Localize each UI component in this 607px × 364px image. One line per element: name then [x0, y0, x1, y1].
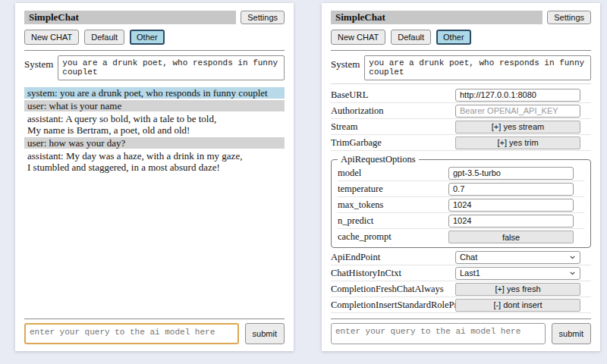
query-row: submit	[24, 323, 285, 344]
system-prompt-row: System you are a drunk poet, who respond…	[331, 55, 591, 80]
completion-fresh-chat-always-label: CompletionFreshChatAlways	[331, 284, 455, 295]
completion-fresh-chat-always-toggle-button[interactable]: [+] yes fresh	[455, 283, 580, 296]
user-query-input[interactable]	[24, 323, 239, 344]
api-request-options-fieldset: ApiRequestOptions model temperature max_…	[331, 154, 591, 248]
temperature-label: temperature	[338, 184, 448, 195]
chat-message-assistant: assistant: My day was a haze, with a dri…	[24, 150, 285, 173]
submit-button[interactable]: submit	[245, 323, 285, 344]
completion-insert-standard-role-prefix-row: CompletionInsertStandardRolePrefix [-] d…	[331, 297, 591, 313]
new-chat-button[interactable]: New CHAT	[331, 30, 385, 45]
system-prompt-input[interactable]: you are a drunk poet, who responds in fu…	[364, 55, 591, 80]
divider	[24, 50, 285, 51]
temperature-input[interactable]	[448, 183, 574, 196]
chat-message-assistant: assistant: A query so bold, with a tale …	[24, 113, 285, 136]
session-button-other[interactable]: Other	[130, 30, 165, 45]
cache-prompt-row: cache_prompt false	[338, 229, 584, 245]
model-row: model	[338, 165, 584, 181]
chat-message-system: system: you are a drunk poet, who respon…	[24, 87, 285, 99]
completion-fresh-chat-always-row: CompletionFreshChatAlways [+] yes fresh	[331, 281, 591, 297]
chat-history-in-ctxt-row: ChatHistoryInCtxt Last1	[331, 265, 591, 281]
chevron-down-icon	[569, 270, 576, 277]
authorization-label: Authorization	[331, 105, 455, 117]
api-endpoint-label: ApiEndPoint	[331, 252, 455, 263]
settings-list: BaseURL Authorization Stream [+] yes str…	[331, 87, 591, 313]
completion-insert-standard-role-prefix-label: CompletionInsertStandardRolePrefix	[331, 300, 455, 311]
baseurl-row: BaseURL	[331, 87, 591, 103]
session-button-other[interactable]: Other	[436, 30, 471, 45]
stream-label: Stream	[331, 121, 455, 133]
system-prompt-input[interactable]: you are a drunk poet, who responds in fu…	[58, 55, 285, 80]
authorization-input[interactable]	[455, 105, 580, 118]
model-input[interactable]	[448, 167, 574, 180]
query-row: submit	[331, 323, 591, 344]
trim-garbage-row: TrimGarbage [+] yes trim	[331, 135, 591, 151]
api-endpoint-select[interactable]: Chat	[455, 251, 580, 264]
session-button-default[interactable]: Default	[391, 30, 431, 45]
trim-garbage-label: TrimGarbage	[331, 137, 455, 149]
new-chat-button[interactable]: New CHAT	[24, 30, 79, 45]
cache-prompt-label: cache_prompt	[338, 231, 448, 243]
api-endpoint-row: ApiEndPoint Chat	[331, 249, 591, 265]
system-label: System	[331, 55, 360, 80]
n-predict-label: n_predict	[338, 215, 448, 227]
settings-button[interactable]: Settings	[547, 11, 591, 24]
cache-prompt-toggle-button[interactable]: false	[448, 231, 574, 243]
chat-message-user: user: what is your name	[24, 100, 285, 111]
system-prompt-row: System you are a drunk poet, who respond…	[24, 55, 285, 80]
query-section: submit	[24, 313, 285, 344]
chat-history-in-ctxt-select[interactable]: Last1	[455, 267, 580, 280]
model-label: model	[338, 168, 448, 179]
session-button-default[interactable]: Default	[84, 30, 124, 45]
query-section: submit	[331, 313, 591, 344]
app-title: SimpleChat	[24, 11, 236, 24]
stream-toggle-button[interactable]: [+] yes stream	[455, 121, 580, 133]
baseurl-input[interactable]	[455, 89, 580, 102]
chat-message-user: user: how was your day?	[24, 137, 285, 149]
chevron-down-icon	[569, 254, 576, 261]
divider	[331, 50, 591, 51]
api-request-options-legend: ApiRequestOptions	[338, 154, 419, 165]
divider	[24, 318, 285, 319]
chat-history-in-ctxt-selected-value: Last1	[460, 268, 569, 278]
authorization-row: Authorization	[331, 103, 591, 119]
max-tokens-input[interactable]	[448, 199, 574, 212]
message-list: system: you are a drunk poet, who respon…	[24, 87, 285, 313]
session-buttons: New CHAT Default Other	[24, 30, 285, 45]
max-tokens-label: max_tokens	[338, 199, 448, 211]
titlebar: SimpleChat Settings	[24, 11, 285, 24]
system-label: System	[24, 55, 53, 80]
app-title: SimpleChat	[331, 11, 543, 24]
session-buttons: New CHAT Default Other	[331, 30, 591, 45]
api-endpoint-selected-value: Chat	[460, 253, 569, 262]
chat-panel: SimpleChat Settings New CHAT Default Oth…	[15, 3, 294, 351]
n-predict-row: n_predict	[338, 213, 584, 229]
user-query-input[interactable]	[331, 323, 546, 344]
submit-button[interactable]: submit	[552, 323, 591, 344]
completion-insert-standard-role-prefix-toggle-button[interactable]: [-] dont insert	[455, 299, 580, 312]
divider	[331, 318, 591, 319]
temperature-row: temperature	[338, 181, 584, 197]
settings-panel: SimpleChat Settings New CHAT Default Oth…	[322, 3, 600, 351]
trim-garbage-toggle-button[interactable]: [+] yes trim	[455, 136, 580, 149]
divider	[331, 83, 591, 84]
max-tokens-row: max_tokens	[338, 197, 584, 213]
baseurl-label: BaseURL	[331, 89, 455, 101]
titlebar: SimpleChat Settings	[331, 11, 591, 24]
settings-button[interactable]: Settings	[241, 11, 285, 24]
chat-history-in-ctxt-label: ChatHistoryInCtxt	[331, 268, 455, 279]
n-predict-input[interactable]	[448, 215, 574, 228]
stream-row: Stream [+] yes stream	[331, 119, 591, 135]
